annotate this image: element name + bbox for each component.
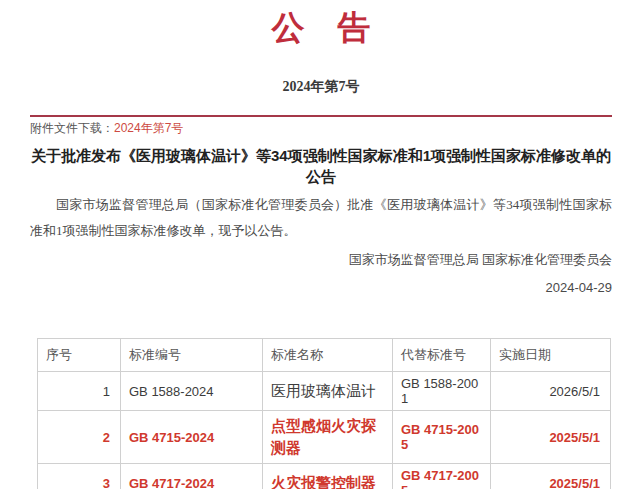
- attachment-line: 附件文件下载：2024年第7号: [30, 120, 612, 136]
- table-row: 1 GB 1588-2024 医用玻璃体温计 GB 1588-2001 2026…: [38, 372, 611, 411]
- cell-code: GB 1588-2024: [121, 372, 263, 411]
- cell-no: 1: [38, 372, 121, 411]
- issue-number: 2024年第7号: [30, 79, 612, 95]
- standards-table: 序号 标准编号 标准名称 代替标准号 实施日期 1 GB 1588-2024 医…: [37, 338, 611, 489]
- col-header-replaces: 代替标准号: [393, 339, 491, 372]
- cell-name: 医用玻璃体温计: [263, 372, 393, 411]
- col-header-code: 标准编号: [121, 339, 263, 372]
- standards-table-head: 序号 标准编号 标准名称 代替标准号 实施日期: [38, 339, 611, 372]
- cell-name: 火灾报警控制器: [263, 464, 393, 489]
- page-title: 公 告: [30, 10, 612, 46]
- table-row: 3 GB 4717-2024 火灾报警控制器 GB 4717-2005 2025…: [38, 464, 611, 489]
- cell-date: 2025/5/1: [491, 411, 611, 464]
- cell-date: 2025/5/1: [491, 464, 611, 489]
- cell-no: 2: [38, 411, 121, 464]
- issue-date: 2024-04-29: [30, 280, 612, 296]
- header-row: 序号 标准编号 标准名称 代替标准号 实施日期: [38, 339, 611, 372]
- standards-table-body: 1 GB 1588-2024 医用玻璃体温计 GB 1588-2001 2026…: [38, 372, 611, 489]
- issuing-authority: 国家市场监督管理总局 国家标准化管理委员会: [30, 252, 612, 268]
- cell-replaces: GB 4717-2005: [393, 464, 491, 489]
- cell-code: GB 4715-2024: [121, 411, 263, 464]
- cell-no: 3: [38, 464, 121, 489]
- cell-replaces: GB 4715-2005: [393, 411, 491, 464]
- cell-name: 点型感烟火灾探测器: [263, 411, 393, 464]
- attachment-label: 附件文件下载：: [30, 121, 114, 135]
- announcement-heading: 关于批准发布《医用玻璃体温计》等34项强制性国家标准和1项强制性国家标准修改单的…: [30, 145, 612, 187]
- attachment-link[interactable]: 2024年第7号: [114, 121, 183, 135]
- col-header-no: 序号: [38, 339, 121, 372]
- announcement-content: 公 告 2024年第7号 附件文件下载：2024年第7号 关于批准发布《医用玻璃…: [0, 10, 636, 296]
- cell-replaces: GB 1588-2001: [393, 372, 491, 411]
- red-divider: [30, 115, 612, 117]
- announcement-page: 公 告 2024年第7号 附件文件下载：2024年第7号 关于批准发布《医用玻璃…: [0, 10, 636, 489]
- table-row: 2 GB 4715-2024 点型感烟火灾探测器 GB 4715-2005 20…: [38, 411, 611, 464]
- cell-code: GB 4717-2024: [121, 464, 263, 489]
- col-header-date: 实施日期: [491, 339, 611, 372]
- cell-date: 2026/5/1: [491, 372, 611, 411]
- announcement-body: 国家市场监督管理总局（国家标准化管理委员会）批准《医用玻璃体温计》等34项强制性…: [30, 192, 612, 244]
- col-header-name: 标准名称: [263, 339, 393, 372]
